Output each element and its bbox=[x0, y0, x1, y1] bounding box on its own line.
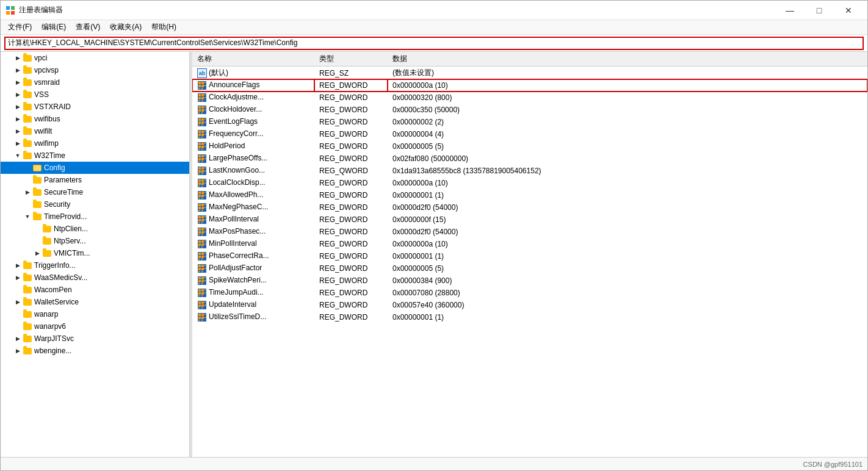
svg-rect-156 bbox=[201, 283, 203, 284]
tree-item-triggerinfo[interactable]: ▶ TriggerInfo... bbox=[1, 259, 189, 271]
table-row[interactable]: LastKnownGoo... REG_QWORD 0x1da913a68555… bbox=[192, 165, 867, 177]
table-row[interactable]: PollAdjustFactor REG_DWORD 0x00000005 (5… bbox=[192, 262, 867, 275]
svg-rect-170 bbox=[201, 304, 204, 307]
table-row[interactable]: LargePhaseOffs... REG_DWORD 0x02faf080 (… bbox=[192, 153, 867, 165]
tree-item-ntpclient[interactable]: NtpClien... bbox=[1, 223, 189, 235]
folder-icon-triggerinfo bbox=[23, 261, 32, 270]
cell-type: REG_DWORD bbox=[314, 287, 388, 299]
svg-rect-177 bbox=[201, 314, 204, 316]
svg-rect-162 bbox=[204, 289, 206, 290]
tree-item-vmictim[interactable]: ▶ VMICTim... bbox=[1, 247, 189, 259]
tree-item-walletservice[interactable]: ▶ WalletService bbox=[1, 296, 189, 308]
svg-rect-169 bbox=[198, 304, 201, 307]
tree-item-securetime[interactable]: ▶ SecureTime bbox=[1, 186, 189, 198]
table-row[interactable]: MaxPosPhasec... REG_DWORD 0x0000d2f0 (54… bbox=[192, 226, 867, 238]
expand-icon-timeprovid: ▼ bbox=[23, 212, 32, 221]
menu-view[interactable]: 查看(V) bbox=[71, 21, 105, 34]
maximize-button[interactable]: □ bbox=[805, 1, 833, 20]
close-button[interactable]: ✕ bbox=[834, 1, 863, 20]
menu-file[interactable]: 文件(F) bbox=[3, 21, 37, 34]
table-row[interactable]: MaxAllowedPh... REG_DWORD 0x00000001 (1) bbox=[192, 189, 867, 201]
cell-data: 0x00057e40 (360000) bbox=[388, 299, 867, 311]
tree-item-warpjitsvc[interactable]: ▶ WarpJITSvc bbox=[1, 333, 189, 345]
svg-rect-14 bbox=[198, 94, 201, 96]
tree-item-w32time[interactable]: ▼ W32Time bbox=[1, 149, 189, 162]
tree-item-vpci[interactable]: ▶ vpci bbox=[1, 52, 189, 64]
tree-item-wbengine[interactable]: ▶ wbengine... bbox=[1, 345, 189, 357]
svg-rect-91 bbox=[204, 195, 206, 196]
svg-rect-114 bbox=[201, 228, 204, 231]
tree-item-vsmraid[interactable]: ▶ vsmraid bbox=[1, 76, 189, 88]
svg-rect-59 bbox=[198, 155, 201, 157]
svg-rect-45 bbox=[204, 131, 206, 132]
tree-item-timeprovid[interactable]: ▼ TimeProvid... bbox=[1, 210, 189, 223]
svg-rect-64 bbox=[204, 158, 206, 159]
table-row[interactable]: EventLogFlags REG_DWORD 0x00000002 (2) bbox=[192, 116, 867, 128]
table-row[interactable]: AnnounceFlags REG_DWORD 0x0000000a (10) bbox=[192, 79, 867, 92]
tree-item-vss[interactable]: ▶ VSS bbox=[1, 88, 189, 101]
svg-rect-84 bbox=[201, 185, 203, 187]
cell-name: MaxAllowedPh... bbox=[192, 189, 314, 201]
table-row[interactable]: UtilizeSslTimeD... REG_DWORD 0x00000001 … bbox=[192, 311, 867, 323]
svg-rect-102 bbox=[201, 210, 203, 211]
expand-icon-vwifimp: ▶ bbox=[13, 138, 23, 148]
folder-icon-wbengine bbox=[23, 346, 32, 356]
table-row[interactable]: ClockAdjustme... REG_DWORD 0x00000320 (8… bbox=[192, 92, 867, 104]
address-input[interactable] bbox=[4, 37, 864, 50]
table-row[interactable]: ClockHoldover... REG_DWORD 0x0000c350 (5… bbox=[192, 104, 867, 116]
folder-icon-wacompen bbox=[23, 285, 32, 295]
table-row[interactable]: HoldPeriod REG_DWORD 0x00000005 (5) bbox=[192, 140, 867, 153]
tree-item-wacompen[interactable]: WacomPen bbox=[1, 284, 189, 296]
svg-rect-38 bbox=[198, 124, 200, 126]
svg-rect-23 bbox=[198, 106, 201, 109]
cell-name: PollAdjustFactor bbox=[192, 262, 314, 275]
table-row[interactable]: LocalClockDisp... REG_DWORD 0x0000000a (… bbox=[192, 177, 867, 189]
table-row[interactable]: MinPollInterval REG_DWORD 0x0000000a (10… bbox=[192, 238, 867, 250]
svg-rect-96 bbox=[201, 204, 204, 206]
tree-item-vstxraid[interactable]: ▶ VSTXRAID bbox=[1, 101, 189, 113]
cell-data: 0x0000000a (10) bbox=[388, 79, 867, 92]
table-row[interactable]: MaxPollInterval REG_DWORD 0x0000000f (15… bbox=[192, 214, 867, 226]
table-row[interactable]: TimeJumpAudi... REG_DWORD 0x00007080 (28… bbox=[192, 287, 867, 299]
tree-item-parameters[interactable]: Parameters bbox=[1, 174, 189, 186]
minimize-button[interactable]: — bbox=[776, 1, 804, 20]
svg-rect-37 bbox=[204, 121, 206, 123]
tree-item-ntpserver[interactable]: NtpServ... bbox=[1, 235, 189, 247]
menu-edit[interactable]: 编辑(E) bbox=[37, 21, 71, 34]
svg-rect-104 bbox=[198, 216, 201, 218]
tree-panel: ▶ vpci ▶ vpcivsp ▶ vsmraid ▶ VSS bbox=[1, 52, 190, 457]
menu-favorites[interactable]: 收藏夹(A) bbox=[105, 21, 146, 34]
tree-item-wanarp[interactable]: wanarp bbox=[1, 308, 189, 320]
menu-help[interactable]: 帮助(H) bbox=[146, 21, 181, 34]
table-row[interactable]: ab(默认) REG_SZ (数值未设置) bbox=[192, 67, 867, 80]
cell-data: 0x0000000a (10) bbox=[388, 177, 867, 189]
svg-rect-30 bbox=[201, 112, 203, 113]
svg-rect-3 bbox=[11, 11, 15, 15]
cell-type: REG_DWORD bbox=[314, 299, 388, 311]
table-row[interactable]: UpdateInterval REG_DWORD 0x00057e40 (360… bbox=[192, 299, 867, 311]
tree-item-vwifibus[interactable]: ▶ vwifibus bbox=[1, 113, 189, 125]
tree-item-wanarpv6[interactable]: wanarpv6 bbox=[1, 320, 189, 333]
svg-rect-34 bbox=[198, 121, 201, 124]
tree-item-vwifimp[interactable]: ▶ vwifimp bbox=[1, 137, 189, 149]
svg-rect-165 bbox=[201, 295, 203, 297]
table-row[interactable]: PhaseCorrectRa... REG_DWORD 0x00000001 (… bbox=[192, 250, 867, 262]
tree-item-vpcivsp[interactable]: ▶ vpcivsp bbox=[1, 64, 189, 76]
cell-type: REG_QWORD bbox=[314, 165, 388, 177]
tree-item-waasmedicsvc[interactable]: ▶ WaaSMedicSv... bbox=[1, 271, 189, 284]
tree-item-config[interactable]: Config bbox=[1, 162, 189, 174]
folder-icon-vmictim bbox=[42, 248, 52, 258]
svg-rect-171 bbox=[204, 301, 206, 303]
svg-rect-125 bbox=[201, 243, 204, 246]
expand-icon-vwifibus: ▶ bbox=[13, 114, 23, 124]
table-row[interactable]: MaxNegPhaseC... REG_DWORD 0x0000d2f0 (54… bbox=[192, 201, 867, 214]
tree-item-vwifilt[interactable]: ▶ vwifilt bbox=[1, 125, 189, 137]
svg-rect-28 bbox=[204, 109, 206, 110]
svg-rect-82 bbox=[204, 182, 206, 184]
tree-item-security[interactable]: Security bbox=[1, 198, 189, 210]
svg-rect-159 bbox=[201, 289, 204, 292]
table-row[interactable]: SpikeWatchPeri... REG_DWORD 0x00000384 (… bbox=[192, 275, 867, 287]
table-row[interactable]: FrequencyCorr... REG_DWORD 0x00000004 (4… bbox=[192, 128, 867, 140]
cell-data: 0x0000d2f0 (54000) bbox=[388, 201, 867, 214]
svg-rect-53 bbox=[201, 146, 204, 148]
